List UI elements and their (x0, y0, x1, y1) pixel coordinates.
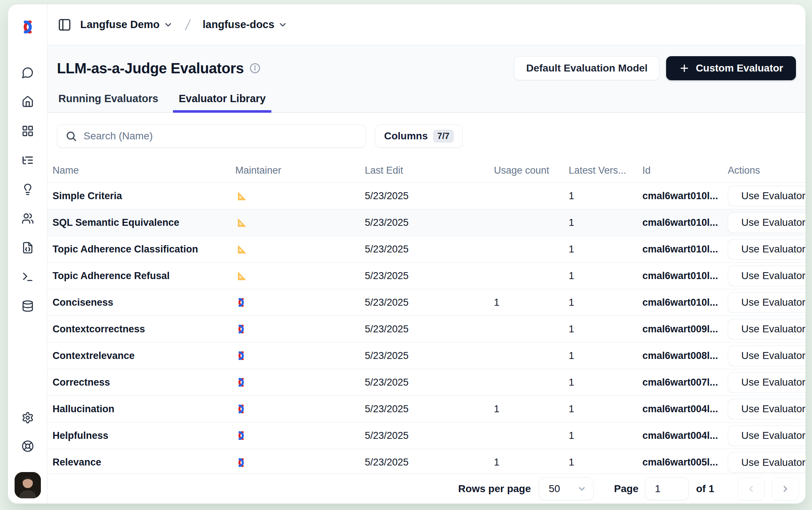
maintainer-icon (235, 243, 247, 255)
project-switcher[interactable]: Langfuse Demo (77, 16, 176, 33)
sidebar-toggle-icon[interactable] (58, 18, 71, 32)
chevron-down-icon (278, 20, 287, 30)
use-evaluator-button[interactable]: Use Evaluator (728, 452, 806, 473)
use-evaluator-button[interactable]: Use Evaluator (728, 186, 806, 206)
lifebuoy-icon[interactable] (22, 440, 34, 452)
sidebar-nav (22, 66, 34, 312)
last-edit-date: 5/23/2025 (365, 217, 494, 228)
columns-count-badge: 7/7 (433, 130, 454, 143)
use-evaluator-button[interactable]: Use Evaluator (728, 319, 806, 340)
use-evaluator-button[interactable]: Use Evaluator (728, 292, 806, 313)
use-evaluator-button[interactable]: Use Evaluator (728, 345, 806, 366)
chevron-right-icon (780, 484, 790, 494)
user-avatar[interactable] (15, 472, 41, 498)
actions-cell: Use Evaluator (728, 186, 806, 206)
app-window: Langfuse Demo langfuse-docs LLM-as-a-Jud… (8, 4, 806, 504)
table-row[interactable]: Hallucination 5/23/2025 1 1 cmal6wart004… (47, 396, 805, 422)
actions-cell: Use Evaluator (728, 266, 806, 286)
main-area: Langfuse Demo langfuse-docs LLM-as-a-Jud… (47, 4, 805, 503)
column-header-id[interactable]: Id (642, 165, 728, 176)
latest-version-value: 1 (569, 377, 642, 388)
evaluator-name: Topic Adherence Classification (53, 244, 235, 255)
tab-evaluator-library[interactable]: Evaluator Library (177, 93, 267, 112)
file-code-icon[interactable] (22, 242, 34, 254)
users-icon[interactable] (22, 212, 34, 225)
home-icon[interactable] (22, 96, 34, 108)
column-header-maintainer[interactable]: Maintainer (235, 165, 365, 176)
use-evaluator-button[interactable]: Use Evaluator (728, 239, 806, 260)
langfuse-logo-icon[interactable] (19, 18, 36, 36)
table-row[interactable]: Contextcorrectness 5/23/2025 1 cmal6wart… (47, 316, 805, 343)
tab-running-evaluators[interactable]: Running Evaluators (57, 93, 160, 112)
table-row[interactable]: Contextrelevance 5/23/2025 1 cmal6wart00… (47, 343, 805, 369)
use-evaluator-button[interactable]: Use Evaluator (728, 425, 806, 446)
project-name: Langfuse Demo (80, 19, 160, 31)
next-page-button[interactable] (772, 478, 799, 500)
maintainer-cell (235, 323, 365, 335)
latest-version-value: 1 (569, 403, 642, 415)
plus-icon (679, 63, 690, 74)
last-edit-date: 5/23/2025 (365, 350, 494, 362)
latest-version-value: 1 (569, 430, 642, 441)
use-evaluator-button[interactable]: Use Evaluator (728, 372, 806, 393)
database-icon[interactable] (22, 300, 34, 312)
settings-gear-icon[interactable] (22, 412, 34, 424)
dashboard-grid-icon[interactable] (22, 125, 34, 137)
table-row[interactable]: Simple Criteria 5/23/2025 1 cmal6wart010… (47, 183, 805, 209)
page-of-label: of 1 (696, 483, 714, 495)
evaluator-id: cmal6wart010l... (642, 217, 728, 228)
maintainer-icon (235, 376, 247, 388)
evaluator-name: Conciseness (53, 297, 235, 308)
last-edit-date: 5/23/2025 (365, 403, 494, 415)
search-chat-icon[interactable] (22, 66, 34, 79)
resource-switcher[interactable]: langfuse-docs (200, 16, 291, 33)
use-evaluator-button[interactable]: Use Evaluator (728, 266, 806, 286)
default-evaluation-model-button[interactable]: Default Evaluation Model (514, 56, 660, 80)
table-row[interactable]: SQL Semantic Equivalence 5/23/2025 1 cma… (47, 209, 805, 236)
last-edit-date: 5/23/2025 (365, 377, 494, 388)
table-toolbar: Columns 7/7 (47, 113, 805, 159)
table-row[interactable]: Topic Adherence Refusal 5/23/2025 1 cmal… (47, 263, 805, 289)
usage-count-value: 1 (494, 457, 569, 468)
use-evaluator-button[interactable]: Use Evaluator (728, 212, 806, 233)
latest-version-value: 1 (569, 270, 642, 282)
table-row[interactable]: Topic Adherence Classification 5/23/2025… (47, 236, 805, 263)
table-row[interactable]: Relevance 5/23/2025 1 1 cmal6wart005l...… (47, 449, 805, 476)
rows-per-page-select[interactable]: 50 (539, 478, 593, 500)
column-header-latest-version[interactable]: Latest Vers... (569, 165, 642, 176)
columns-button[interactable]: Columns 7/7 (375, 124, 463, 148)
use-evaluator-button[interactable]: Use Evaluator (728, 399, 806, 420)
maintainer-icon (235, 350, 247, 362)
evaluator-id: cmal6wart004l... (642, 430, 728, 441)
latest-version-value: 1 (569, 350, 642, 362)
evaluator-id: cmal6wart010l... (642, 244, 728, 255)
page-number-input[interactable] (645, 478, 689, 500)
trace-tree-icon[interactable] (22, 154, 34, 166)
latest-version-value: 1 (569, 297, 642, 308)
pagination-bar: Rows per page 50 Page of 1 (47, 474, 805, 503)
table-row[interactable]: Helpfulness 5/23/2025 1 cmal6wart004l...… (47, 422, 805, 449)
page-header: LLM-as-a-Judge Evaluators Default Evalua… (47, 45, 805, 113)
actions-cell: Use Evaluator (728, 319, 806, 340)
search-input[interactable] (84, 130, 358, 142)
chevron-down-icon (163, 20, 173, 30)
column-header-usage-count[interactable]: Usage count (494, 165, 569, 176)
info-icon[interactable] (250, 63, 260, 74)
table-body: Simple Criteria 5/23/2025 1 cmal6wart010… (47, 183, 805, 474)
column-header-last-edit[interactable]: Last Edit (365, 165, 494, 176)
evaluator-id: cmal6wart010l... (642, 297, 728, 308)
maintainer-cell (235, 217, 365, 228)
previous-page-button[interactable] (738, 478, 765, 500)
maintainer-cell (235, 430, 365, 441)
table-row[interactable]: Correctness 5/23/2025 1 cmal6wart007l...… (47, 369, 805, 396)
table-row[interactable]: Conciseness 5/23/2025 1 1 cmal6wart010l.… (47, 289, 805, 316)
column-header-name[interactable]: Name (53, 165, 235, 176)
lightbulb-icon[interactable] (22, 183, 34, 196)
last-edit-date: 5/23/2025 (365, 457, 494, 468)
evaluator-id: cmal6wart004l... (642, 403, 728, 415)
actions-cell: Use Evaluator (728, 212, 806, 233)
terminal-icon[interactable] (22, 271, 34, 283)
custom-evaluator-button[interactable]: Custom Evaluator (666, 56, 796, 80)
last-edit-date: 5/23/2025 (365, 430, 494, 441)
evaluator-id: cmal6wart008l... (642, 350, 728, 362)
